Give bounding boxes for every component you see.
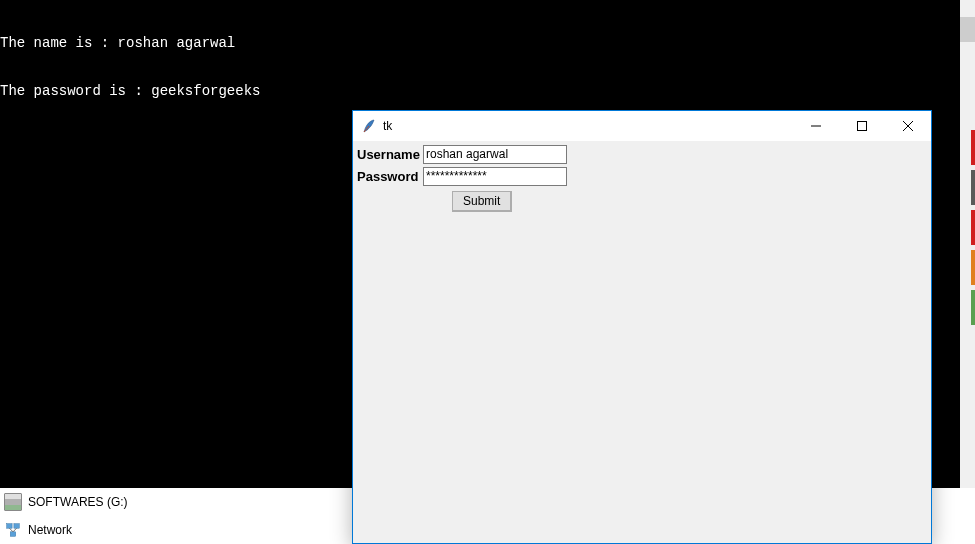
username-row: Username xyxy=(355,143,929,165)
close-button[interactable] xyxy=(885,111,931,141)
tkinter-titlebar[interactable]: tk xyxy=(353,111,931,141)
svg-rect-1 xyxy=(14,524,19,529)
terminal-output-line2: The password is : geeksforgeeks xyxy=(0,83,960,99)
drive-item-softwares[interactable]: SOFTWARES (G:) xyxy=(0,488,300,516)
tkinter-body: Username Password Submit xyxy=(353,141,931,214)
tkinter-window-title: tk xyxy=(383,119,392,133)
svg-line-3 xyxy=(9,528,13,532)
window-controls xyxy=(793,111,931,141)
tkinter-feather-icon xyxy=(361,118,377,134)
network-label: Network xyxy=(28,523,72,537)
tkinter-window: tk Username Password Submit xyxy=(352,110,932,544)
desktop-file-explorer-items: SOFTWARES (G:) Network xyxy=(0,488,300,544)
username-label: Username xyxy=(355,147,423,162)
drive-icon xyxy=(4,493,22,511)
svg-rect-2 xyxy=(10,532,15,537)
network-icon xyxy=(4,521,22,539)
terminal-output-line1: The name is : roshan agarwal xyxy=(0,35,960,51)
submit-row: Submit xyxy=(355,187,929,212)
minimize-button[interactable] xyxy=(793,111,839,141)
right-edge-decoration xyxy=(971,130,975,530)
submit-button[interactable]: Submit xyxy=(452,191,512,212)
password-input[interactable] xyxy=(423,167,567,186)
username-input[interactable] xyxy=(423,145,567,164)
password-row: Password xyxy=(355,165,929,187)
network-item[interactable]: Network xyxy=(0,516,300,544)
svg-line-4 xyxy=(13,528,17,532)
scrollbar-thumb[interactable] xyxy=(960,17,975,42)
svg-rect-7 xyxy=(858,122,867,131)
svg-rect-0 xyxy=(7,524,12,529)
password-label: Password xyxy=(355,169,423,184)
drive-label: SOFTWARES (G:) xyxy=(28,495,128,509)
maximize-button[interactable] xyxy=(839,111,885,141)
